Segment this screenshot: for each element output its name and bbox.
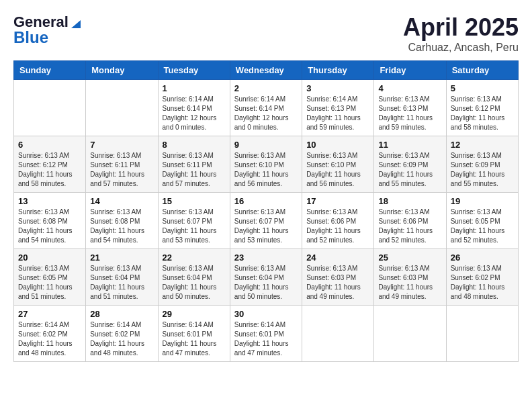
calendar-cell: 17Sunrise: 6:13 AM Sunset: 6:06 PM Dayli… (302, 193, 374, 249)
calendar-cell: 8Sunrise: 6:13 AM Sunset: 6:11 PM Daylig… (158, 136, 230, 193)
calendar-cell: 16Sunrise: 6:13 AM Sunset: 6:07 PM Dayli… (230, 193, 302, 249)
calendar-cell: 9Sunrise: 6:13 AM Sunset: 6:10 PM Daylig… (230, 136, 302, 193)
day-info: Sunrise: 6:13 AM Sunset: 6:07 PM Dayligh… (234, 208, 298, 245)
calendar-subtitle: Carhuaz, Ancash, Peru (403, 42, 519, 54)
calendar-cell (86, 80, 158, 136)
day-number: 12 (451, 140, 514, 150)
day-info: Sunrise: 6:13 AM Sunset: 6:08 PM Dayligh… (18, 208, 81, 245)
calendar-cell (446, 306, 518, 362)
day-number: 7 (90, 140, 153, 150)
day-number: 14 (90, 196, 153, 206)
calendar-cell: 30Sunrise: 6:14 AM Sunset: 6:01 PM Dayli… (230, 306, 302, 362)
day-number: 17 (306, 196, 369, 206)
calendar-cell: 19Sunrise: 6:13 AM Sunset: 6:05 PM Dayli… (446, 193, 518, 249)
calendar-header-friday: Friday (374, 61, 446, 80)
calendar-cell: 4Sunrise: 6:13 AM Sunset: 6:13 PM Daylig… (374, 80, 446, 136)
day-number: 13 (18, 196, 81, 206)
day-number: 27 (18, 309, 81, 319)
day-info: Sunrise: 6:13 AM Sunset: 6:06 PM Dayligh… (306, 208, 369, 245)
calendar-week-row: 27Sunrise: 6:14 AM Sunset: 6:02 PM Dayli… (14, 306, 519, 362)
day-info: Sunrise: 6:13 AM Sunset: 6:03 PM Dayligh… (306, 264, 369, 302)
day-info: Sunrise: 6:13 AM Sunset: 6:10 PM Dayligh… (306, 151, 369, 189)
day-info: Sunrise: 6:13 AM Sunset: 6:11 PM Dayligh… (163, 151, 226, 189)
day-number: 21 (90, 253, 153, 263)
calendar-cell (374, 306, 446, 362)
day-info: Sunrise: 6:13 AM Sunset: 6:09 PM Dayligh… (451, 151, 514, 189)
day-number: 18 (378, 196, 441, 206)
calendar-cell: 21Sunrise: 6:13 AM Sunset: 6:04 PM Dayli… (86, 249, 158, 306)
day-info: Sunrise: 6:13 AM Sunset: 6:05 PM Dayligh… (451, 208, 514, 245)
calendar-title: April 2025 (403, 13, 519, 42)
header: General Blue April 2025 Carhuaz, Ancash,… (13, 13, 519, 54)
day-info: Sunrise: 6:13 AM Sunset: 6:08 PM Dayligh… (90, 208, 153, 245)
day-number: 4 (378, 83, 441, 93)
day-info: Sunrise: 6:13 AM Sunset: 6:07 PM Dayligh… (163, 208, 226, 245)
logo: General Blue (13, 13, 82, 47)
day-number: 26 (451, 253, 514, 263)
calendar-header-sunday: Sunday (14, 61, 86, 80)
calendar-header-saturday: Saturday (446, 61, 518, 80)
day-info: Sunrise: 6:13 AM Sunset: 6:02 PM Dayligh… (451, 264, 514, 302)
day-info: Sunrise: 6:13 AM Sunset: 6:03 PM Dayligh… (378, 264, 441, 302)
day-number: 16 (234, 196, 298, 206)
calendar-week-row: 20Sunrise: 6:13 AM Sunset: 6:05 PM Dayli… (14, 249, 519, 306)
day-info: Sunrise: 6:13 AM Sunset: 6:10 PM Dayligh… (234, 151, 298, 189)
day-number: 5 (451, 83, 514, 93)
calendar-cell: 25Sunrise: 6:13 AM Sunset: 6:03 PM Dayli… (374, 249, 446, 306)
calendar-cell: 15Sunrise: 6:13 AM Sunset: 6:07 PM Dayli… (158, 193, 230, 249)
calendar-header-thursday: Thursday (302, 61, 374, 80)
day-info: Sunrise: 6:13 AM Sunset: 6:09 PM Dayligh… (378, 151, 441, 189)
day-info: Sunrise: 6:14 AM Sunset: 6:02 PM Dayligh… (90, 320, 153, 358)
day-number: 8 (163, 140, 226, 150)
calendar-cell: 20Sunrise: 6:13 AM Sunset: 6:05 PM Dayli… (14, 249, 86, 306)
calendar-cell: 27Sunrise: 6:14 AM Sunset: 6:02 PM Dayli… (14, 306, 86, 362)
calendar-cell: 7Sunrise: 6:13 AM Sunset: 6:11 PM Daylig… (86, 136, 158, 193)
calendar-cell: 22Sunrise: 6:13 AM Sunset: 6:04 PM Dayli… (158, 249, 230, 306)
calendar-header-monday: Monday (86, 61, 158, 80)
calendar-cell: 10Sunrise: 6:13 AM Sunset: 6:10 PM Dayli… (302, 136, 374, 193)
calendar-cell: 24Sunrise: 6:13 AM Sunset: 6:03 PM Dayli… (302, 249, 374, 306)
day-info: Sunrise: 6:13 AM Sunset: 6:12 PM Dayligh… (451, 95, 514, 132)
logo-blue-text: Blue (13, 28, 82, 47)
calendar-cell: 23Sunrise: 6:13 AM Sunset: 6:04 PM Dayli… (230, 249, 302, 306)
calendar-header-tuesday: Tuesday (158, 61, 230, 80)
day-number: 10 (306, 140, 369, 150)
day-number: 24 (306, 253, 369, 263)
day-number: 1 (163, 83, 226, 93)
day-info: Sunrise: 6:13 AM Sunset: 6:11 PM Dayligh… (90, 151, 153, 189)
day-number: 9 (234, 140, 298, 150)
calendar-header-row: SundayMondayTuesdayWednesdayThursdayFrid… (14, 61, 519, 80)
calendar-cell: 2Sunrise: 6:14 AM Sunset: 6:14 PM Daylig… (230, 80, 302, 136)
calendar-cell: 6Sunrise: 6:13 AM Sunset: 6:12 PM Daylig… (14, 136, 86, 193)
day-info: Sunrise: 6:13 AM Sunset: 6:05 PM Dayligh… (18, 264, 81, 302)
calendar-cell (302, 306, 374, 362)
calendar-cell: 13Sunrise: 6:13 AM Sunset: 6:08 PM Dayli… (14, 193, 86, 249)
calendar-cell: 26Sunrise: 6:13 AM Sunset: 6:02 PM Dayli… (446, 249, 518, 306)
day-info: Sunrise: 6:13 AM Sunset: 6:04 PM Dayligh… (234, 264, 298, 302)
calendar-cell: 11Sunrise: 6:13 AM Sunset: 6:09 PM Dayli… (374, 136, 446, 193)
day-number: 28 (90, 309, 153, 319)
day-number: 30 (234, 309, 298, 319)
day-number: 2 (234, 83, 298, 93)
day-info: Sunrise: 6:13 AM Sunset: 6:12 PM Dayligh… (18, 151, 81, 189)
title-area: April 2025 Carhuaz, Ancash, Peru (403, 13, 519, 54)
svg-marker-0 (71, 20, 81, 28)
day-number: 29 (163, 309, 226, 319)
day-number: 15 (163, 196, 226, 206)
day-number: 23 (234, 253, 298, 263)
day-number: 6 (18, 140, 81, 150)
day-info: Sunrise: 6:14 AM Sunset: 6:01 PM Dayligh… (234, 320, 298, 358)
calendar-week-row: 1Sunrise: 6:14 AM Sunset: 6:14 PM Daylig… (14, 80, 519, 136)
day-number: 11 (378, 140, 441, 150)
day-info: Sunrise: 6:14 AM Sunset: 6:14 PM Dayligh… (163, 95, 226, 132)
calendar-week-row: 6Sunrise: 6:13 AM Sunset: 6:12 PM Daylig… (14, 136, 519, 193)
calendar-cell: 29Sunrise: 6:14 AM Sunset: 6:01 PM Dayli… (158, 306, 230, 362)
day-number: 19 (451, 196, 514, 206)
calendar-cell: 1Sunrise: 6:14 AM Sunset: 6:14 PM Daylig… (158, 80, 230, 136)
day-number: 22 (163, 253, 226, 263)
calendar-table: SundayMondayTuesdayWednesdayThursdayFrid… (13, 60, 519, 362)
day-info: Sunrise: 6:14 AM Sunset: 6:02 PM Dayligh… (18, 320, 81, 358)
calendar-cell: 18Sunrise: 6:13 AM Sunset: 6:06 PM Dayli… (374, 193, 446, 249)
day-number: 20 (18, 253, 81, 263)
calendar-week-row: 13Sunrise: 6:13 AM Sunset: 6:08 PM Dayli… (14, 193, 519, 249)
